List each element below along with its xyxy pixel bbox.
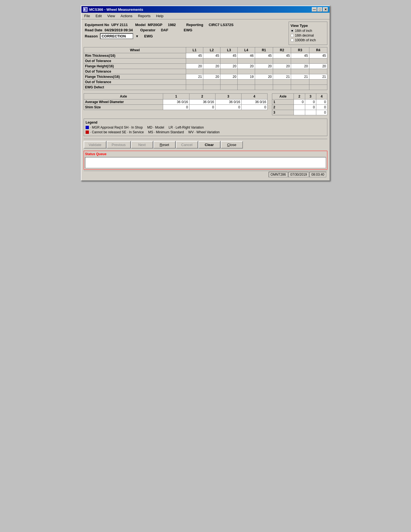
- wheel-cell-4-3[interactable]: 19: [238, 74, 255, 80]
- table-row: Flange Thickness(/16)2120201920212121: [84, 74, 327, 80]
- wheel-cell-1-2: [220, 58, 238, 64]
- main-window: MCS366 - Wheel Measurements — □ ✕ File E…: [81, 6, 330, 181]
- menu-help[interactable]: Help: [155, 13, 165, 19]
- wheel-cell-3-0: [186, 69, 203, 74]
- close-button[interactable]: ✕: [323, 7, 328, 12]
- axle-r-2-4[interactable]: 0: [316, 105, 327, 110]
- legend-md-text: MD · Model: [147, 126, 164, 129]
- wheel-row-label-2: Flange Height(/16): [84, 64, 186, 69]
- close-button-action[interactable]: Close: [221, 141, 243, 149]
- wheel-cell-3-6: [291, 69, 309, 74]
- wheel-cell-0-6[interactable]: 45: [291, 53, 309, 58]
- minimize-button[interactable]: —: [312, 7, 317, 12]
- wheel-cell-6-4: [255, 85, 273, 90]
- wheel-cell-4-2[interactable]: 20: [220, 74, 238, 80]
- axle-r-1-4[interactable]: 0: [316, 99, 327, 105]
- wheel-cell-4-4[interactable]: 20: [255, 74, 273, 80]
- wheel-cell-4-5[interactable]: 21: [273, 74, 291, 80]
- equipment-no-value: UPY 2111: [111, 23, 128, 27]
- wheel-cell-2-5[interactable]: 20: [273, 64, 291, 69]
- wheel-cell-0-0[interactable]: 45: [186, 53, 203, 58]
- axle-r-2-3[interactable]: 0: [305, 105, 316, 110]
- menu-view[interactable]: View: [106, 13, 116, 19]
- wheel-cell-2-7[interactable]: 20: [309, 64, 327, 69]
- previous-button[interactable]: Previous: [107, 141, 131, 149]
- wheel-cell-2-4[interactable]: 20: [255, 64, 273, 69]
- avg-diam-3[interactable]: 36 0/16: [215, 99, 241, 105]
- wheel-cell-0-4[interactable]: 45: [255, 53, 273, 58]
- shim-2[interactable]: 0: [189, 105, 215, 110]
- radio-16th-inch-circle[interactable]: [291, 29, 294, 32]
- radio-16th-decimal[interactable]: 16th decimal: [291, 34, 325, 37]
- radio-1000th-inch-label: 1000th of inch: [295, 38, 316, 42]
- wheel-cell-4-7[interactable]: 21: [309, 74, 327, 80]
- radio-1000th-inch[interactable]: 1000th of inch: [291, 38, 325, 42]
- cancel-button[interactable]: Cancel: [176, 141, 198, 149]
- axle-r-3-3[interactable]: [305, 110, 316, 115]
- wheel-cell-2-3[interactable]: 20: [238, 64, 255, 69]
- axle-r-3-2[interactable]: [294, 110, 305, 115]
- next-button[interactable]: Next: [131, 141, 153, 149]
- wheel-cell-4-0[interactable]: 21: [186, 74, 203, 80]
- table-row: 2 0 0: [272, 105, 327, 110]
- axle-r-1-3[interactable]: 0: [305, 99, 316, 105]
- reason-input[interactable]: CORRECTION: [100, 33, 133, 39]
- wheel-cell-1-6: [291, 58, 309, 64]
- axle-r-col-2: 2: [294, 94, 305, 99]
- legend-lr-text: LR · Left-Right Variation: [169, 126, 204, 129]
- wheel-cell-4-6[interactable]: 21: [291, 74, 309, 80]
- legend-row-1: · MGR Approval Req'd SH · In Shop MD · M…: [86, 126, 325, 129]
- wheel-row-label-5: Out of Tolerance: [84, 80, 186, 85]
- avg-diam-4[interactable]: 36 0/16: [241, 99, 267, 105]
- shim-3[interactable]: 0: [215, 105, 241, 110]
- table-row: Out of Tolerance: [84, 80, 327, 85]
- clear-button[interactable]: Clear: [198, 141, 220, 149]
- radio-16th-inch[interactable]: 16th of inch: [291, 29, 325, 33]
- axle-col-4: 4: [241, 94, 267, 99]
- wheel-cell-1-4: [255, 58, 273, 64]
- status-date: 07/30/2019: [288, 172, 309, 177]
- restore-button[interactable]: □: [317, 7, 322, 12]
- table-row: Average Wheel Diameter 36 0/16 36 0/16 3…: [84, 99, 268, 105]
- validate-button[interactable]: Validate: [84, 141, 106, 149]
- wheel-cell-2-2[interactable]: 20: [220, 64, 238, 69]
- avg-diam-2[interactable]: 36 0/16: [189, 99, 215, 105]
- avg-diam-1[interactable]: 36 0/16: [163, 99, 189, 105]
- wheel-row-label-1: Out of Tolerance: [84, 58, 186, 64]
- window-title: MCS366 - Wheel Measurements: [89, 7, 143, 12]
- radio-1000th-inch-circle[interactable]: [291, 39, 294, 42]
- axle-r-1-2[interactable]: 0: [294, 99, 305, 105]
- wheel-cell-4-1[interactable]: 20: [203, 74, 220, 80]
- wheel-cell-2-1[interactable]: 20: [203, 64, 220, 69]
- axle-r-row1: 1: [272, 99, 294, 105]
- wheel-cell-2-0[interactable]: 20: [186, 64, 203, 69]
- menu-reports[interactable]: Reports: [137, 13, 152, 19]
- year-value: 1982: [168, 23, 176, 27]
- status-bar: OMNT286 07/30/2019 08:03:40: [84, 171, 327, 178]
- axle-r-3-4[interactable]: 0: [316, 110, 327, 115]
- shim-4[interactable]: 0: [241, 105, 267, 110]
- menu-actions[interactable]: Actions: [119, 13, 133, 19]
- wheel-cell-2-6[interactable]: 20: [291, 64, 309, 69]
- equipment-no-label: Equipment No: [85, 23, 109, 27]
- wheel-cell-5-6: [291, 80, 309, 85]
- reset-button[interactable]: Reset: [153, 141, 176, 149]
- legend-red: · Cannot be released SE · In Service: [86, 130, 144, 134]
- wheel-cell-0-1[interactable]: 45: [203, 53, 220, 58]
- wheel-cell-0-2[interactable]: 45: [220, 53, 238, 58]
- legend-blue: · MGR Approval Req'd SH · In Shop: [86, 126, 143, 129]
- wheel-cell-0-7[interactable]: 45: [309, 53, 327, 58]
- main-content: Equipment No UPY 2111 Model MP20GP 1982 …: [81, 19, 330, 180]
- shim-1[interactable]: 0: [163, 105, 189, 110]
- legend-ms: MS · Minimum Standard: [148, 130, 184, 134]
- menu-edit[interactable]: Edit: [94, 13, 103, 19]
- wheel-cell-5-1: [203, 80, 220, 85]
- wheel-cell-0-3[interactable]: 46: [238, 53, 255, 58]
- axle-r-2-2[interactable]: [294, 105, 305, 110]
- title-bar-left: MCS366 - Wheel Measurements: [83, 7, 143, 12]
- wheel-cell-0-5[interactable]: 45: [273, 53, 291, 58]
- menu-file[interactable]: File: [83, 13, 91, 19]
- reason-dropdown-arrow[interactable]: ▼: [135, 34, 139, 38]
- legend-title: Legend: [86, 121, 325, 124]
- radio-16th-decimal-circle[interactable]: [291, 34, 294, 37]
